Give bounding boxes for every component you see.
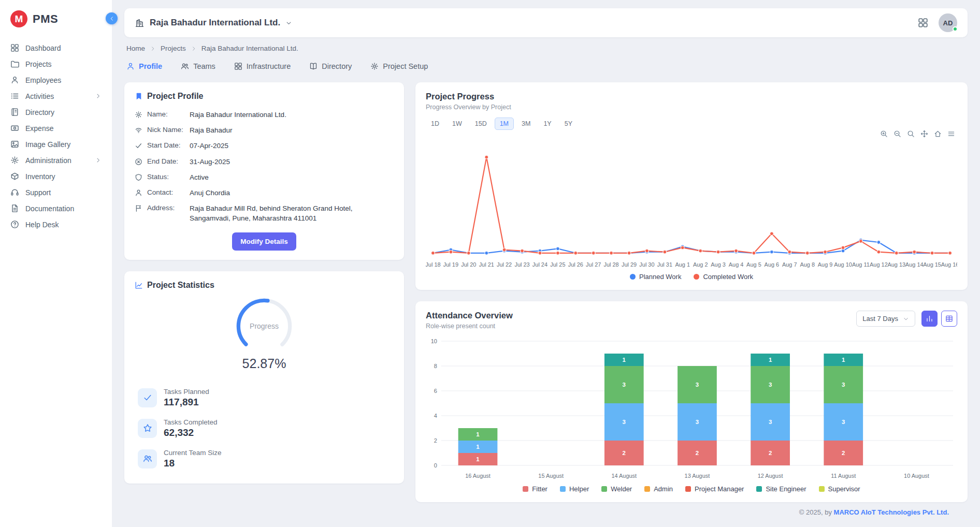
legend-item-helper[interactable]: Helper	[560, 485, 589, 493]
svg-text:Aug 15: Aug 15	[923, 261, 941, 268]
sidebar-item-label: Administration	[25, 156, 89, 165]
stat-label: Current Team Size	[164, 449, 222, 457]
svg-text:14 August: 14 August	[611, 473, 637, 479]
progress-card-title: Project Progress	[426, 92, 957, 101]
svg-text:Aug 13: Aug 13	[887, 261, 905, 268]
footer-link[interactable]: MARCO AIoT Technologies Pvt. Ltd.	[834, 508, 949, 516]
sidebar-item-image-gallery[interactable]: Image Gallery	[0, 136, 112, 152]
svg-text:Jul 28: Jul 28	[603, 261, 618, 268]
chart-menu-icon[interactable]	[947, 130, 955, 138]
apps-grid-icon[interactable]	[918, 18, 928, 28]
legend-item-project-manager[interactable]: Project Manager	[685, 485, 744, 493]
tab-label: Infrastructure	[247, 62, 291, 70]
footer: © 2025, by MARCO AIoT Technologies Pvt. …	[124, 508, 968, 516]
company-name: Raja Bahadur International Ltd.	[150, 18, 280, 28]
sidebar-item-dashboard[interactable]: Dashboard	[0, 40, 112, 56]
legend-marker	[685, 486, 691, 492]
selection-zoom-icon[interactable]	[907, 130, 915, 138]
progress-line-chart[interactable]: Jul 18Jul 19Jul 20Jul 21Jul 22Jul 23Jul …	[426, 142, 957, 271]
attendance-bar-chart[interactable]: 024681011116 August15 August233114 Augus…	[426, 336, 957, 483]
chevron-right-icon	[191, 46, 197, 52]
bar-view-button[interactable]	[921, 311, 938, 327]
range-1w[interactable]: 1W	[447, 118, 467, 130]
legend-item-admin[interactable]: Admin	[644, 485, 673, 493]
days-range-select[interactable]: Last 7 Days	[856, 311, 915, 327]
range-3m[interactable]: 3M	[516, 118, 536, 130]
sidebar-collapse-button[interactable]	[106, 12, 118, 24]
legend-item-supervisor[interactable]: Supervisor	[819, 485, 860, 493]
range-5y[interactable]: 5Y	[559, 118, 578, 130]
tab-directory[interactable]: Directory	[309, 62, 352, 70]
tab-project-setup[interactable]: Project Setup	[370, 62, 428, 70]
svg-text:2: 2	[769, 450, 772, 456]
sidebar-item-employees[interactable]: Employees	[0, 72, 112, 88]
legend-marker	[560, 486, 566, 492]
range-1y[interactable]: 1Y	[538, 118, 556, 130]
legend-item-planned-work[interactable]: Planned Work	[630, 273, 681, 281]
main-content: Raja Bahadur International Ltd. AD Home …	[112, 0, 980, 527]
legend-item-welder[interactable]: Welder	[601, 485, 632, 493]
chevron-down-icon	[285, 20, 292, 26]
svg-text:Jul 31: Jul 31	[657, 261, 672, 268]
svg-text:11 August: 11 August	[831, 473, 856, 479]
svg-text:12 August: 12 August	[758, 473, 783, 479]
profile-field-status: Status:Active	[135, 173, 394, 182]
tab-profile[interactable]: Profile	[126, 62, 162, 70]
attendance-card-subtitle: Role-wise present count	[426, 323, 513, 330]
pan-icon[interactable]	[920, 130, 928, 138]
svg-text:1: 1	[842, 357, 845, 363]
svg-text:8: 8	[434, 363, 437, 369]
breadcrumb-projects[interactable]: Projects	[161, 45, 186, 52]
sidebar-item-expense[interactable]: Expense	[0, 120, 112, 136]
field-value: Raja Bahadur	[190, 126, 394, 135]
sidebar-item-inventory[interactable]: Inventory	[0, 168, 112, 184]
breadcrumb: Home Projects Raja Bahadur International…	[126, 45, 965, 52]
reset-zoom-icon[interactable]	[934, 130, 942, 138]
tabs: ProfileTeamsInfrastructureDirectoryProje…	[126, 57, 965, 75]
profile-field-end-date: End Date:31-Aug-2025	[135, 157, 394, 167]
tab-label: Project Setup	[383, 62, 428, 70]
legend-label: Site Engineer	[766, 485, 806, 493]
legend-item-fitter[interactable]: Fitter	[523, 485, 547, 493]
profile-field-start-date: Start Date:07-Apr-2025	[135, 141, 394, 151]
stat-value: 18	[164, 458, 222, 469]
svg-text:Aug 5: Aug 5	[746, 261, 761, 268]
sidebar-item-projects[interactable]: Projects	[0, 56, 112, 72]
breadcrumb-home[interactable]: Home	[126, 45, 145, 52]
sidebar-item-activities[interactable]: Activities	[0, 88, 112, 104]
field-label: Contact:	[147, 188, 190, 196]
online-status-dot	[953, 26, 958, 32]
tab-infrastructure[interactable]: Infrastructure	[234, 62, 291, 70]
legend-label: Welder	[611, 485, 632, 493]
flag-icon	[135, 204, 145, 212]
svg-text:1: 1	[476, 431, 480, 437]
profile-field-address: Address:Raja Bahadur Mill Rd, behind She…	[135, 204, 394, 223]
range-1m[interactable]: 1M	[495, 118, 514, 130]
zoom-in-icon[interactable]	[880, 130, 888, 138]
company-selector[interactable]: Raja Bahadur International Ltd.	[135, 18, 292, 28]
range-1d[interactable]: 1D	[426, 118, 444, 130]
legend-item-completed-work[interactable]: Completed Work	[694, 273, 753, 281]
sidebar-item-directory[interactable]: Directory	[0, 104, 112, 120]
sidebar-item-support[interactable]: Support	[0, 184, 112, 200]
table-view-button[interactable]	[941, 311, 957, 327]
tab-teams[interactable]: Teams	[181, 62, 215, 70]
progress-chart-legend: Planned WorkCompleted Work	[426, 273, 957, 281]
legend-marker	[644, 486, 650, 492]
svg-text:10: 10	[431, 338, 437, 344]
svg-text:Aug 3: Aug 3	[711, 261, 726, 268]
sidebar-item-documentation[interactable]: Documentation	[0, 200, 112, 216]
sidebar-item-administration[interactable]: Administration	[0, 152, 112, 168]
svg-text:3: 3	[696, 382, 699, 388]
sidebar-item-help-desk[interactable]: Help Desk	[0, 216, 112, 232]
avatar[interactable]: AD	[939, 13, 957, 32]
activities-icon	[10, 92, 19, 100]
modify-details-button[interactable]: Modify Details	[232, 232, 296, 251]
zoom-out-icon[interactable]	[893, 130, 901, 138]
legend-item-site-engineer[interactable]: Site Engineer	[756, 485, 806, 493]
field-value: Anuj Chordia	[190, 188, 394, 198]
svg-text:10 August: 10 August	[904, 473, 929, 479]
svg-text:3: 3	[769, 382, 772, 388]
range-buttons: 1D1W15D1M3M1Y5Y	[426, 118, 957, 130]
range-15d[interactable]: 15D	[470, 118, 492, 130]
